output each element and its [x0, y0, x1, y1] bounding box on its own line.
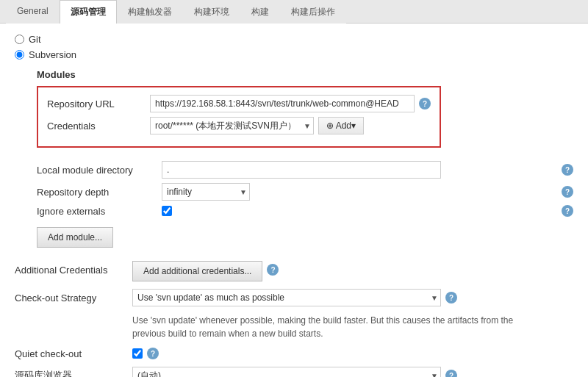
- repo-url-help-icon[interactable]: ?: [419, 98, 431, 109]
- local-dir-control: [162, 161, 557, 179]
- module-box: Repository URL ? Credentials root/******…: [37, 86, 441, 148]
- ignore-externals-help-icon[interactable]: ?: [562, 205, 573, 217]
- credentials-select-wrap: root/****** (本地开发测试SVN用户） ▼: [150, 117, 314, 134]
- additional-cred-help-icon[interactable]: ?: [267, 264, 279, 276]
- quiet-checkout-checkbox[interactable]: [132, 348, 143, 359]
- tab-bar: General 源码管理 构建触发器 构建环境 构建 构建后操作: [0, 0, 588, 24]
- credentials-row: Credentials root/****** (本地开发测试SVN用户） ▼ …: [47, 117, 431, 134]
- checkout-strategy-select-wrap: Use 'svn update' as much as possibleAlwa…: [132, 289, 441, 306]
- quiet-checkout-checkbox-wrap: [132, 348, 143, 359]
- credentials-label: Credentials: [47, 121, 150, 132]
- add-module-button[interactable]: Add module...: [37, 227, 113, 248]
- checkout-strategy-row: Check-out Strategy Use 'svn update' as m…: [15, 289, 573, 306]
- local-dir-label: Local module directory: [37, 165, 162, 176]
- tab-build-env[interactable]: 构建环境: [183, 0, 240, 24]
- repo-depth-row: Repository depth infinityimmediatesfiles…: [37, 183, 573, 201]
- credentials-add-button[interactable]: ⊕ Add▾: [318, 117, 364, 134]
- checkout-strategy-label: Check-out Strategy: [15, 292, 132, 304]
- repo-depth-select-wrap: infinityimmediatesfilesempty ▼: [162, 183, 250, 201]
- repo-depth-help-icon[interactable]: ?: [562, 186, 573, 198]
- git-radio[interactable]: [15, 35, 24, 44]
- tab-post-build[interactable]: 构建后操作: [280, 0, 346, 24]
- scm-radio-group: Git Subversion: [15, 34, 573, 60]
- ignore-externals-row: Ignore externals ?: [37, 205, 573, 217]
- browser-select[interactable]: (自动)AssemblaCollabNetSVNFishEyeSVNWebVie…: [132, 367, 441, 377]
- git-label: Git: [29, 34, 41, 45]
- modules-section: Modules Repository URL ? Credentials: [37, 69, 573, 248]
- radio-git: Git: [15, 34, 573, 45]
- repo-depth-select[interactable]: infinityimmediatesfilesempty: [162, 183, 250, 201]
- checkout-strategy-help-icon[interactable]: ?: [445, 292, 457, 304]
- ignore-externals-label: Ignore externals: [37, 206, 162, 217]
- credentials-control: root/****** (本地开发测试SVN用户） ▼ ⊕ Add▾: [150, 117, 431, 134]
- tab-source-mgmt[interactable]: 源码管理: [60, 0, 117, 24]
- browser-help-icon[interactable]: ?: [445, 370, 457, 377]
- svn-radio[interactable]: [15, 50, 24, 60]
- additional-cred-label: Additional Credentials: [15, 265, 132, 276]
- browser-select-wrap: (自动)AssemblaCollabNetSVNFishEyeSVNWebVie…: [132, 367, 441, 377]
- add-additional-cred-button[interactable]: Add additional credentials...: [132, 261, 262, 281]
- local-dir-input[interactable]: [162, 161, 441, 179]
- tab-build-trigger[interactable]: 构建触发器: [117, 0, 183, 24]
- quiet-checkout-help-icon[interactable]: ?: [147, 348, 159, 359]
- local-dir-row: Local module directory ?: [37, 161, 573, 179]
- checkout-strategy-desc: Use 'svn update' whenever possible, maki…: [132, 314, 529, 340]
- add-module-row: Add module...: [37, 224, 573, 248]
- checkout-strategy-select[interactable]: Use 'svn update' as much as possibleAlwa…: [132, 289, 441, 306]
- additional-cred-row: Additional Credentials Add additional cr…: [15, 258, 573, 281]
- repo-depth-control: infinityimmediatesfilesempty ▼: [162, 183, 557, 201]
- content-area: Git Subversion Modules Repository URL ?: [0, 24, 588, 377]
- tab-general[interactable]: General: [6, 0, 60, 24]
- credentials-select[interactable]: root/****** (本地开发测试SVN用户）: [150, 117, 314, 134]
- browser-label: 源码库浏览器: [15, 369, 132, 377]
- tab-build[interactable]: 构建: [240, 0, 280, 24]
- repo-url-row: Repository URL ?: [47, 95, 431, 112]
- radio-subversion: Subversion: [15, 49, 573, 60]
- repo-url-control: [150, 95, 415, 112]
- local-dir-help-icon[interactable]: ?: [562, 164, 573, 176]
- ignore-externals-checkbox[interactable]: [162, 206, 172, 216]
- browser-row: 源码库浏览器 (自动)AssemblaCollabNetSVNFishEyeSV…: [15, 367, 573, 377]
- repo-url-input[interactable]: [150, 95, 415, 112]
- repo-depth-label: Repository depth: [37, 187, 162, 198]
- repo-url-label: Repository URL: [47, 98, 150, 109]
- quiet-checkout-label: Quiet check-out: [15, 348, 132, 359]
- ignore-externals-checkbox-wrap: [162, 206, 172, 216]
- quiet-checkout-row: Quiet check-out ?: [15, 348, 573, 359]
- ignore-externals-control: [162, 206, 557, 216]
- modules-label: Modules: [37, 69, 573, 80]
- svn-label: Subversion: [29, 49, 76, 60]
